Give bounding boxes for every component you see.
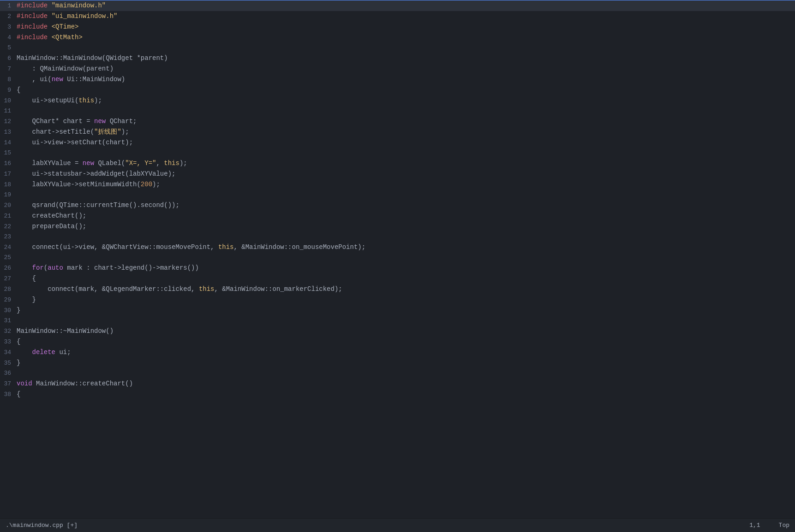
line-number: 12 <box>0 117 17 127</box>
code-line: 22 prepareData(); <box>0 221 795 232</box>
line-number: 28 <box>0 284 17 295</box>
line-content: : QMainWindow(parent) <box>17 64 791 74</box>
line-number: 36 <box>0 368 17 378</box>
line-number: 23 <box>0 232 17 242</box>
line-content: void MainWindow::createChart() <box>17 378 791 389</box>
code-line: 4#include <QtMath> <box>0 32 795 43</box>
line-number: 8 <box>0 75 17 85</box>
line-content: } <box>17 358 791 368</box>
line-content: { <box>17 337 791 347</box>
line-number: 25 <box>0 253 17 263</box>
line-number: 17 <box>0 169 17 179</box>
code-line: 32MainWindow::~MainWindow() <box>0 326 795 337</box>
line-content: MainWindow::~MainWindow() <box>17 326 791 336</box>
line-number: 21 <box>0 211 17 221</box>
line-content: { <box>17 85 791 95</box>
line-number: 27 <box>0 274 17 284</box>
line-number: 10 <box>0 96 17 106</box>
line-content: MainWindow::MainWindow(QWidget *parent) <box>17 53 791 63</box>
line-number: 30 <box>0 306 17 316</box>
code-line: 37void MainWindow::createChart() <box>0 378 795 389</box>
code-line: 27 { <box>0 273 795 284</box>
code-line: 11 <box>0 106 795 116</box>
line-number: 31 <box>0 316 17 326</box>
line-content: ui->setupUi(this); <box>17 95 791 106</box>
status-position: 1,1 <box>749 522 760 529</box>
line-number: 20 <box>0 201 17 211</box>
status-filename: .\mainwindow.cpp [+] <box>6 522 749 529</box>
code-line: 21 createChart(); <box>0 211 795 221</box>
line-content: prepareData(); <box>17 221 791 231</box>
line-content: { <box>17 389 791 399</box>
line-number: 15 <box>0 148 17 158</box>
line-content: delete ui; <box>17 347 791 357</box>
line-content: } <box>17 305 791 315</box>
line-number: 34 <box>0 348 17 358</box>
status-bar: .\mainwindow.cpp [+] 1,1 Top <box>0 518 795 532</box>
line-number: 22 <box>0 222 17 232</box>
line-number: 9 <box>0 85 17 95</box>
code-line: 1#include "mainwindow.h" <box>0 0 795 11</box>
code-line: 29 } <box>0 295 795 305</box>
code-line: 33{ <box>0 337 795 347</box>
line-content: connect(ui->view, &QWChartView::mouseMov… <box>17 242 791 252</box>
code-line: 19 <box>0 190 795 200</box>
code-line: 13 chart->setTitle("折线图"); <box>0 127 795 137</box>
line-content: { <box>17 273 791 284</box>
line-content: labXYValue->setMinimumWidth(200); <box>17 179 791 189</box>
line-content: #include "ui_mainwindow.h" <box>17 11 791 21</box>
line-number: 32 <box>0 326 17 337</box>
line-content: for(auto mark : chart->legend()->markers… <box>17 263 791 273</box>
line-number: 7 <box>0 64 17 74</box>
code-line: 31 <box>0 316 795 326</box>
code-line: 25 <box>0 253 795 263</box>
line-number: 26 <box>0 263 17 273</box>
code-line: 12 QChart* chart = new QChart; <box>0 116 795 127</box>
code-line: 18 labXYValue->setMinimumWidth(200); <box>0 179 795 190</box>
code-line: 6MainWindow::MainWindow(QWidget *parent) <box>0 53 795 64</box>
line-number: 13 <box>0 127 17 137</box>
line-number: 4 <box>0 33 17 43</box>
line-content: ui->statusbar->addWidget(labXYValue); <box>17 169 791 179</box>
line-number: 5 <box>0 43 17 53</box>
code-line: 3#include <QTime> <box>0 22 795 32</box>
line-content: } <box>17 295 791 305</box>
line-content: #include <QTime> <box>17 22 791 32</box>
line-content: QChart* chart = new QChart; <box>17 116 791 126</box>
line-number: 2 <box>0 12 17 22</box>
code-line: 38{ <box>0 389 795 400</box>
line-number: 18 <box>0 180 17 190</box>
code-line: 9{ <box>0 85 795 95</box>
line-number: 14 <box>0 138 17 148</box>
code-line: 28 connect(mark, &QLegendMarker::clicked… <box>0 284 795 295</box>
code-line: 24 connect(ui->view, &QWChartView::mouse… <box>0 242 795 253</box>
line-number: 38 <box>0 390 17 400</box>
code-line: 20 qsrand(QTime::currentTime().second())… <box>0 200 795 211</box>
code-line: 5 <box>0 43 795 53</box>
line-content: connect(mark, &QLegendMarker::clicked, t… <box>17 284 791 294</box>
line-content: createChart(); <box>17 211 791 221</box>
line-content: qsrand(QTime::currentTime().second()); <box>17 200 791 210</box>
line-content: chart->setTitle("折线图"); <box>17 127 791 137</box>
line-content: #include <QtMath> <box>17 32 791 42</box>
line-number: 6 <box>0 53 17 64</box>
code-line: 14 ui->view->setChart(chart); <box>0 137 795 148</box>
code-line: 10 ui->setupUi(this); <box>0 95 795 106</box>
code-line: 23 <box>0 232 795 242</box>
line-number: 24 <box>0 242 17 253</box>
code-line: 36 <box>0 368 795 378</box>
line-number: 35 <box>0 358 17 368</box>
line-number: 33 <box>0 337 17 347</box>
line-number: 16 <box>0 159 17 169</box>
status-scroll: Top <box>779 522 789 529</box>
code-line: 35} <box>0 358 795 368</box>
line-content: labXYValue = new QLabel("X=, Y=", this); <box>17 158 791 168</box>
code-line: 17 ui->statusbar->addWidget(labXYValue); <box>0 169 795 179</box>
code-line: 7 : QMainWindow(parent) <box>0 64 795 74</box>
code-line: 8 , ui(new Ui::MainWindow) <box>0 74 795 85</box>
code-line: 30} <box>0 305 795 316</box>
line-number: 37 <box>0 379 17 389</box>
code-line: 26 for(auto mark : chart->legend()->mark… <box>0 263 795 273</box>
code-editor[interactable]: 1#include "mainwindow.h"2#include "ui_ma… <box>0 0 795 518</box>
line-number: 3 <box>0 22 17 32</box>
